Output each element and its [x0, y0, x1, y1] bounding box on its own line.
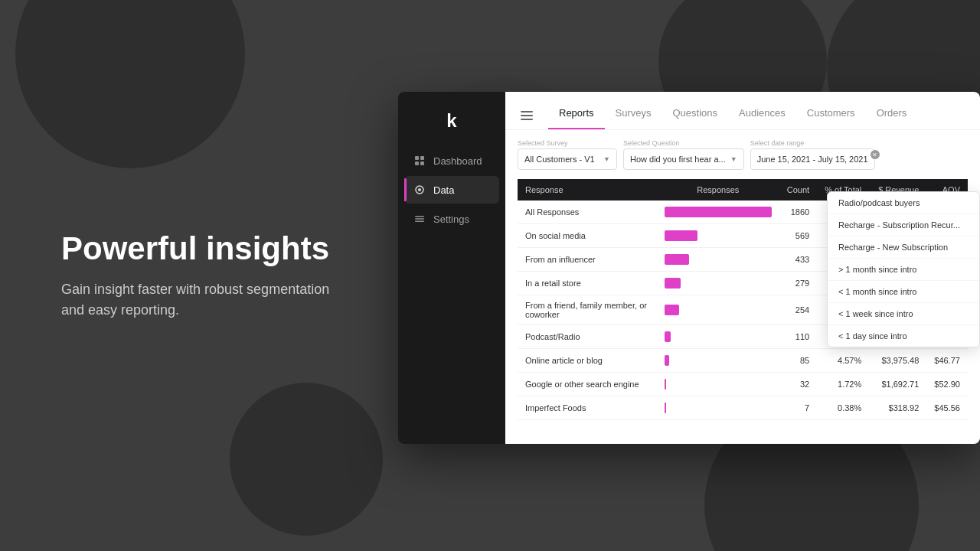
sidebar-nav: Dashboard Data: [398, 147, 505, 233]
question-filter-value: How did you first hear a...: [630, 155, 726, 164]
cell-bar: [657, 325, 779, 349]
date-filter-label: Select date range: [750, 139, 875, 147]
cell-count: 110: [779, 325, 817, 349]
cell-response: On social media: [518, 224, 657, 248]
cell-count: 569: [779, 224, 817, 248]
cell-bar: [657, 295, 779, 325]
table-row: Imperfect Foods70.38%$318.92$45.56: [518, 396, 968, 420]
cell-aov: $45.56: [926, 396, 968, 420]
active-indicator: [404, 178, 407, 201]
date-filter-select[interactable]: June 15, 2021 - July 15, 2021: [750, 148, 875, 170]
settings-label: Settings: [433, 214, 469, 225]
dropdown-item[interactable]: < 1 week since intro: [828, 303, 979, 325]
cell-count: 85: [779, 349, 817, 373]
app-logo: k: [446, 110, 456, 132]
tab-customers[interactable]: Customers: [796, 101, 866, 129]
table-row: Google or other search engine321.72%$1,6…: [518, 373, 968, 396]
sidebar: k Dashboard: [398, 92, 505, 444]
cell-response: In a retail store: [518, 272, 657, 295]
svg-rect-1: [420, 156, 424, 160]
tab-orders[interactable]: Orders: [866, 101, 918, 129]
sidebar-item-dashboard[interactable]: Dashboard: [404, 147, 499, 174]
bg-circle-1: [15, 0, 245, 168]
question-chevron-icon: ▼: [730, 155, 737, 163]
bar-fill: [665, 355, 669, 366]
table-row: Online article or blog854.57%$3,975.48$4…: [518, 349, 968, 373]
data-label: Data: [433, 184, 454, 196]
svg-rect-8: [415, 221, 424, 223]
dropdown-item[interactable]: Recharge - New Subscription: [828, 236, 979, 259]
tab-reports[interactable]: Reports: [548, 101, 605, 129]
bar-fill: [665, 207, 772, 217]
survey-filter-label: Selected Survey: [518, 139, 617, 147]
dropdown-item[interactable]: < 1 day since intro: [828, 325, 979, 347]
svg-rect-7: [415, 218, 424, 220]
bar-fill: [665, 305, 679, 315]
dropdown-item[interactable]: < 1 month since intro: [828, 281, 979, 303]
app-window: k Dashboard: [398, 92, 980, 444]
cell-response: Imperfect Foods: [518, 396, 657, 420]
hero-subheading: Gain insight faster with robust segmenta…: [61, 279, 352, 321]
main-content: Reports Surveys Questions Audiences Cust…: [505, 92, 980, 444]
svg-rect-3: [420, 161, 424, 165]
cell-response: From an influencer: [518, 248, 657, 272]
date-filter-value: June 15, 2021 - July 15, 2021: [757, 155, 868, 164]
survey-filter-select[interactable]: All Customers - V1 ▼: [518, 148, 617, 170]
hamburger-button[interactable]: [518, 108, 536, 123]
col-response: Response: [518, 179, 657, 201]
cell-bar: [657, 349, 779, 373]
svg-rect-2: [415, 161, 419, 165]
cell-revenue: $318.92: [869, 396, 926, 420]
cell-count: 1860: [779, 201, 817, 224]
cell-response: All Responses: [518, 201, 657, 224]
top-bar: Reports Surveys Questions Audiences Cust…: [505, 92, 980, 130]
tab-questions[interactable]: Questions: [662, 101, 729, 129]
date-filter-group: Select date range June 15, 2021 - July 1…: [750, 139, 875, 170]
cell-revenue: $1,692.71: [869, 373, 926, 396]
question-filter-select[interactable]: How did you first hear a... ▼: [623, 148, 744, 170]
dropdown-item[interactable]: Radio/podcast buyers: [828, 192, 979, 214]
cell-revenue: $3,975.48: [869, 349, 926, 373]
dashboard-icon: [413, 155, 426, 167]
date-close-button[interactable]: ✕: [871, 150, 880, 159]
dashboard-label: Dashboard: [433, 155, 482, 167]
sidebar-item-data[interactable]: Data: [404, 176, 499, 204]
cell-count: 433: [779, 248, 817, 272]
cell-pct: 0.38%: [817, 396, 869, 420]
nav-tabs: Reports Surveys Questions Audiences Cust…: [548, 101, 968, 129]
sidebar-item-settings[interactable]: Settings: [404, 205, 499, 233]
dropdown-item[interactable]: Recharge - Subscription Recur...: [828, 214, 979, 236]
dropdown-overlay: Radio/podcast buyersRecharge - Subscript…: [827, 191, 980, 347]
cell-count: 254: [779, 295, 817, 325]
cell-bar: [657, 373, 779, 396]
cell-count: 279: [779, 272, 817, 295]
bar-fill: [665, 379, 666, 390]
bar-fill: [665, 331, 671, 342]
bar-fill: [665, 230, 697, 241]
cell-bar: [657, 224, 779, 248]
cell-response: Podcast/Radio: [518, 325, 657, 349]
col-count: Count: [779, 179, 817, 201]
cell-pct: 4.57%: [817, 349, 869, 373]
cell-count: 7: [779, 396, 817, 420]
cell-response: Online article or blog: [518, 349, 657, 373]
survey-filter-group: Selected Survey All Customers - V1 ▼: [518, 139, 617, 170]
bar-fill: [665, 254, 690, 265]
cell-count: 32: [779, 373, 817, 396]
dropdown-item[interactable]: > 1 month since intro: [828, 259, 979, 281]
svg-rect-0: [415, 156, 419, 160]
cell-aov: $52.90: [926, 373, 968, 396]
cell-pct: 1.72%: [817, 373, 869, 396]
tab-surveys[interactable]: Surveys: [605, 101, 662, 129]
col-responses: Responses: [657, 179, 779, 201]
cell-bar: [657, 396, 779, 420]
cell-aov: $46.77: [926, 349, 968, 373]
cell-bar: [657, 248, 779, 272]
tab-audiences[interactable]: Audiences: [728, 101, 796, 129]
bar-fill: [665, 278, 681, 289]
hero-section: Powerful insights Gain insight faster wi…: [61, 230, 352, 321]
bg-circle-5: [230, 383, 383, 536]
filters-row: Selected Survey All Customers - V1 ▼ Sel…: [505, 130, 980, 179]
bar-fill: [665, 403, 666, 413]
question-filter-label: Selected Question: [623, 139, 744, 147]
